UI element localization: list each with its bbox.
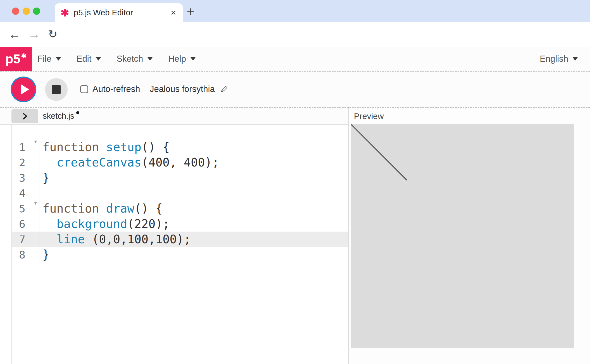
language-picker[interactable]: English	[540, 47, 578, 71]
gutter-cell: 7	[12, 232, 39, 247]
code-line[interactable]: 7 line (0,0,100,100);	[12, 232, 348, 247]
editor-menubar: File Edit Sketch Help	[37, 47, 196, 71]
preview-label: Preview	[354, 111, 384, 121]
line-number: 3	[19, 172, 39, 184]
line-number: 6	[19, 218, 39, 230]
code-line[interactable]: 3}	[12, 170, 348, 185]
fold-arrow-icon[interactable]: ▼	[33, 139, 38, 144]
code-text[interactable]: function setup() {	[39, 139, 170, 155]
tab-title: p5.js Web Editor	[74, 8, 133, 17]
auto-refresh-control: Auto-refresh	[80, 72, 140, 107]
code-text[interactable]	[39, 185, 42, 201]
stop-icon	[52, 85, 61, 94]
menu-help[interactable]: Help	[168, 54, 196, 64]
gutter-cell: 8	[12, 247, 39, 262]
back-icon[interactable]: ←	[8, 22, 21, 47]
close-tab-icon[interactable]: ×	[171, 8, 176, 17]
play-icon	[21, 84, 29, 95]
line-number: 8	[19, 249, 39, 261]
browser-toolbar: ← → ↻ editor.p5js.org ☆ Tp	[0, 22, 590, 47]
code-text[interactable]: line (0,0,100,100);	[39, 232, 191, 247]
sketch-canvas	[351, 124, 574, 348]
gutter-cell: 3	[12, 170, 39, 185]
new-tab-button[interactable]: +	[187, 4, 194, 19]
code-editor[interactable]: 1▼function setup() {2 createCanvas(400, …	[11, 125, 348, 364]
code-text[interactable]: background(220);	[39, 216, 170, 232]
play-button[interactable]	[12, 78, 35, 101]
editor-header: p5 File Edit Sketch	[0, 47, 590, 72]
gutter-cell: 5▼	[12, 201, 39, 216]
gutter-cell: 6	[12, 216, 39, 232]
code-line[interactable]: 5▼function draw() {	[12, 201, 348, 216]
code-rows: 1▼function setup() {2 createCanvas(400, …	[12, 139, 348, 262]
collapse-sidebar-button[interactable]	[11, 109, 38, 123]
browser-tab[interactable]: p5.js Web Editor ×	[55, 3, 183, 22]
code-line[interactable]: 8}	[12, 247, 348, 262]
line-number: 2	[19, 156, 39, 169]
minimize-window-button[interactable]	[23, 8, 30, 15]
diagonal-line	[351, 124, 407, 180]
canvas-drawing	[351, 124, 574, 348]
stop-button[interactable]	[45, 78, 68, 101]
gutter-cell: 4	[12, 185, 39, 201]
menu-edit[interactable]: Edit	[77, 54, 101, 64]
edit-pencil-icon[interactable]	[220, 85, 228, 93]
code-line[interactable]: 2 createCanvas(400, 400);	[12, 155, 348, 170]
code-text[interactable]: function draw() {	[39, 201, 163, 216]
sketch-name-control: Jealous forsythia	[150, 72, 228, 107]
gutter-cell: 2	[12, 155, 39, 170]
fold-arrow-icon[interactable]: ▼	[33, 201, 38, 206]
chevron-down-icon	[191, 57, 196, 61]
menu-sketch[interactable]: Sketch	[116, 54, 153, 64]
p5-logo-asterisk-icon	[21, 53, 27, 59]
run-toolbar: Auto-refresh Jealous forsythia	[0, 72, 590, 108]
chevron-down-icon	[96, 57, 101, 61]
maximize-window-button[interactable]	[33, 8, 40, 15]
line-number: 4	[19, 187, 39, 199]
chevron-down-icon	[148, 57, 153, 61]
p5-logo-text: p5	[5, 51, 20, 66]
code-line[interactable]: 4	[12, 185, 348, 201]
file-header: sketch.js	[0, 108, 348, 125]
p5-logo[interactable]: p5	[0, 47, 32, 71]
browser-tab-strip: p5.js Web Editor × +	[0, 0, 590, 22]
code-text[interactable]: }	[39, 170, 49, 185]
line-number: 7	[19, 233, 39, 246]
code-text[interactable]: createCanvas(400, 400);	[39, 155, 219, 170]
p5js-web-editor-window: p5.js Web Editor × + ← → ↻ editor.p5js.o…	[0, 0, 590, 364]
code-text[interactable]: }	[39, 247, 49, 262]
preview-pane: Preview	[348, 108, 590, 364]
p5-asterisk-favicon-icon	[60, 8, 69, 17]
file-tab-sketch-js[interactable]: sketch.js	[43, 108, 79, 124]
chevron-right-icon	[21, 112, 29, 120]
close-window-button[interactable]	[12, 8, 19, 15]
gutter-cell: 1▼	[12, 139, 39, 155]
code-line[interactable]: 1▼function setup() {	[12, 139, 348, 155]
auto-refresh-checkbox[interactable]	[80, 85, 88, 93]
forward-icon[interactable]: →	[28, 22, 40, 47]
menu-file[interactable]: File	[37, 54, 61, 64]
chevron-down-icon	[573, 57, 578, 61]
unsaved-dot	[76, 111, 79, 114]
sketch-name[interactable]: Jealous forsythia	[150, 84, 215, 94]
auto-refresh-label: Auto-refresh	[92, 84, 140, 94]
code-line[interactable]: 6 background(220);	[12, 216, 348, 232]
reload-icon[interactable]: ↻	[48, 22, 58, 47]
chevron-down-icon	[56, 57, 61, 61]
